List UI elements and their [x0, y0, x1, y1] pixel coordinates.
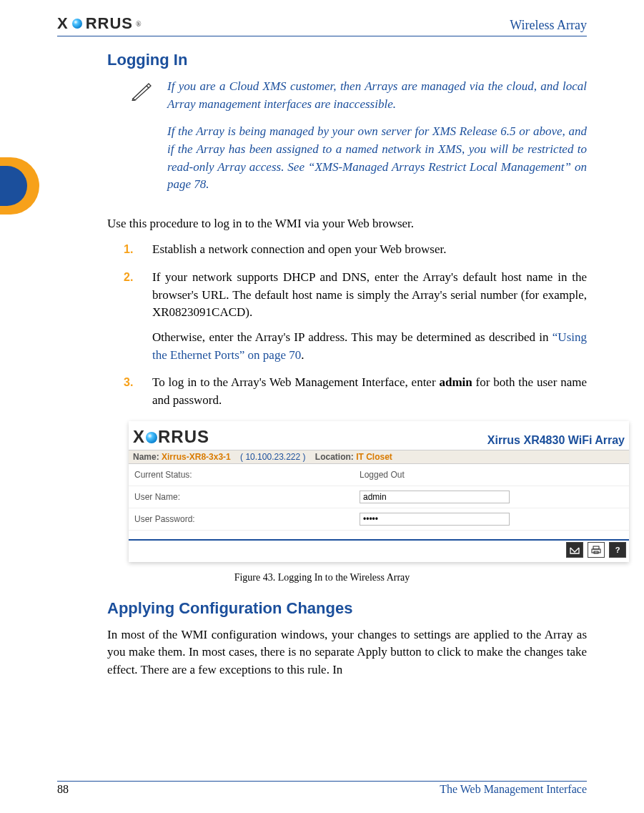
fig-brand-1: X [133, 427, 145, 446]
figure-info-bar: Name: Xirrus-XR8-3x3-1 ( 10.100.23.222 )… [129, 450, 629, 464]
side-tab-indicator [0, 157, 39, 215]
admonition-note: If you are a Cloud XMS customer, then Ar… [129, 78, 587, 204]
brand-text-1: X [57, 14, 69, 33]
save-icon[interactable] [566, 542, 583, 558]
status-label-cell: Current Status: [129, 464, 354, 486]
figure-product-title: Xirrus XR4830 WiFi Array [487, 434, 625, 447]
section-heading-logging-in: Logging In [107, 51, 587, 69]
screenshot-figure: XRRUS Xirrus XR4830 WiFi Array Name: Xir… [129, 421, 629, 562]
section-heading-applying: Applying Configuration Changes [107, 599, 587, 618]
page-header: X RRUS ® Wireless Array [57, 14, 587, 36]
note-paragraph-2: If the Array is being managed by your ow… [167, 123, 587, 194]
fig-location-label: Location: [315, 452, 354, 462]
section2-paragraph: In most of the WMI configuration windows… [107, 626, 587, 679]
page-footer: 88 The Web Management Interface [57, 781, 587, 796]
step-2-text-b-post: . [301, 348, 304, 362]
step-2-text-a: If your network supports DHCP and DNS, e… [152, 270, 587, 319]
table-row: Current Status: Logged Out [129, 464, 629, 486]
step-1: Establish a network connection and open … [152, 241, 587, 259]
step-3: To log in to the Array's Web Management … [152, 374, 587, 409]
step-3-bold: admin [439, 375, 472, 389]
fig-name-value: Xirrus-XR8-3x3-1 [162, 452, 231, 462]
password-input[interactable] [360, 513, 510, 526]
footer-chapter-title: The Web Management Interface [440, 783, 587, 796]
page-number: 88 [57, 783, 69, 796]
document-title: Wireless Array [510, 18, 587, 33]
registered-mark: ® [136, 20, 142, 28]
figure-logo: XRRUS [133, 427, 209, 447]
password-label-cell: User Password: [129, 508, 354, 530]
intro-paragraph: Use this procedure to log in to the WMI … [107, 215, 587, 233]
brand-logo: X RRUS ® [57, 14, 142, 33]
table-row: User Password: [129, 508, 629, 530]
fig-name-label: Name: [133, 452, 159, 462]
print-icon[interactable] [588, 542, 605, 558]
status-value-cell: Logged Out [354, 464, 629, 486]
username-label-cell: User Name: [129, 486, 354, 508]
step-1-text: Establish a network connection and open … [152, 242, 446, 256]
fig-ip-value: ( 10.100.23.222 ) [240, 452, 305, 462]
figure-caption: Figure 43. Logging In to the Wireless Ar… [57, 572, 587, 583]
step-2-text-b-pre: Otherwise, enter the Array's IP address.… [152, 330, 553, 344]
svg-rect-0 [593, 546, 599, 549]
logo-dot-icon [72, 19, 82, 29]
hand-writing-icon [129, 78, 154, 204]
figure-toolbar: ? [129, 539, 629, 562]
help-icon[interactable]: ? [609, 542, 626, 558]
step-2: If your network supports DHCP and DNS, e… [152, 269, 587, 364]
svg-text:?: ? [615, 546, 620, 554]
fig-logo-dot-icon [146, 432, 157, 443]
note-paragraph-1: If you are a Cloud XMS customer, then Ar… [167, 78, 587, 113]
fig-location-value: IT Closet [356, 452, 392, 462]
figure-login-table: Current Status: Logged Out User Name: Us… [129, 464, 629, 531]
brand-text-2: RRUS [86, 14, 133, 33]
username-input[interactable] [360, 491, 510, 503]
procedure-list: Establish a network connection and open … [118, 241, 587, 409]
table-row: User Name: [129, 486, 629, 508]
step-3-pre: To log in to the Array's Web Management … [152, 375, 439, 389]
fig-brand-2: RRUS [158, 427, 209, 446]
